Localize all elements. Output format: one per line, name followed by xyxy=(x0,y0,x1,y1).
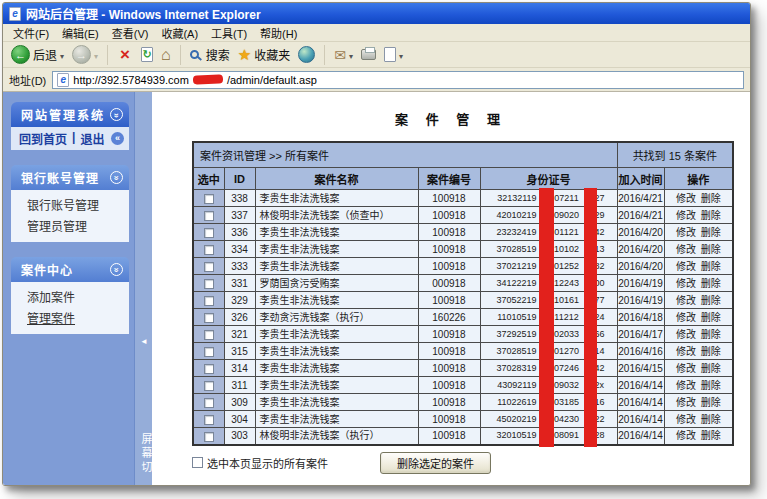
home-link[interactable]: 回到首页 xyxy=(19,130,67,147)
favorites-button[interactable]: 收藏夹 xyxy=(236,45,292,65)
window-title: 网站后台管理 - Windows Internet Explorer xyxy=(26,5,261,22)
join-date: 2016/4/19 xyxy=(617,292,664,309)
case-number: 100918 xyxy=(418,224,480,241)
mail-button[interactable] xyxy=(332,46,355,64)
collapse-icon[interactable] xyxy=(110,108,123,121)
stop-button[interactable] xyxy=(115,46,135,64)
modify-link[interactable]: 修改 xyxy=(675,363,697,374)
modify-link[interactable]: 修改 xyxy=(675,261,697,272)
row-checkbox[interactable] xyxy=(204,330,214,340)
delete-link[interactable]: 删除 xyxy=(700,295,722,306)
case-number: 100918 xyxy=(418,241,480,258)
chevron-down-icon[interactable] xyxy=(60,48,64,62)
delete-link[interactable]: 删除 xyxy=(700,380,722,391)
history-button[interactable] xyxy=(296,45,317,64)
menu-item-edit[interactable]: 编辑(E) xyxy=(58,24,108,42)
logout-link[interactable]: 退出 xyxy=(80,130,104,147)
menu-item-tools[interactable]: 工具(T) xyxy=(207,24,256,42)
select-all-label: 选中本页显示的所有案件 xyxy=(207,455,328,471)
table-row: 334 李贵生非法洗钱案 100918 370285191010213 2016… xyxy=(193,241,733,258)
case-number: 100918 xyxy=(418,207,480,224)
sidebar-system-header[interactable]: 网站管理系统 xyxy=(11,102,129,127)
collapse-icon[interactable] xyxy=(110,263,123,276)
sidebar-section-case-center[interactable]: 案件中心 xyxy=(11,257,129,282)
chevron-down-icon[interactable] xyxy=(399,48,403,62)
modify-link[interactable]: 修改 xyxy=(675,193,697,204)
forward-button[interactable] xyxy=(70,44,100,65)
case-number: 100918 xyxy=(418,428,480,445)
row-checkbox[interactable] xyxy=(204,313,214,323)
modify-link[interactable]: 修改 xyxy=(675,295,697,306)
chevron-down-icon[interactable] xyxy=(349,48,353,62)
row-checkbox[interactable] xyxy=(204,228,214,238)
print-button[interactable] xyxy=(359,48,378,61)
table-row: 333 李贵生非法洗钱案 100918 370212190125282 2016… xyxy=(193,258,733,275)
delete-link[interactable]: 删除 xyxy=(700,346,722,357)
delete-link[interactable]: 删除 xyxy=(700,397,722,408)
case-id: 311 xyxy=(224,377,255,394)
sidebar-section-bank[interactable]: 银行账号管理 xyxy=(11,165,129,190)
modify-link[interactable]: 修改 xyxy=(675,227,697,238)
modify-link[interactable]: 修改 xyxy=(675,430,697,441)
modify-link[interactable]: 修改 xyxy=(675,414,697,425)
modify-link[interactable]: 修改 xyxy=(675,397,697,408)
row-checkbox[interactable] xyxy=(204,262,214,272)
sidebar-item-bank-accounts[interactable]: 银行账号管理 xyxy=(11,194,129,215)
row-checkbox[interactable] xyxy=(204,279,214,289)
row-checkbox[interactable] xyxy=(204,398,214,408)
delete-link[interactable]: 删除 xyxy=(700,278,722,289)
delete-link[interactable]: 删除 xyxy=(700,430,722,441)
menu-item-view[interactable]: 查看(V) xyxy=(108,24,158,42)
ie-page-icon xyxy=(57,73,69,87)
collapse-left-arrow-icon[interactable] xyxy=(140,337,148,346)
delete-link[interactable]: 删除 xyxy=(700,329,722,340)
modify-link[interactable]: 修改 xyxy=(675,210,697,221)
row-checkbox[interactable] xyxy=(204,296,214,306)
select-all-checkbox[interactable] xyxy=(192,457,203,468)
collapse-icon[interactable] xyxy=(110,171,123,184)
delete-link[interactable]: 删除 xyxy=(700,210,722,221)
delete-link[interactable]: 删除 xyxy=(700,244,722,255)
delete-link[interactable]: 删除 xyxy=(700,363,722,374)
menu-item-favorites[interactable]: 收藏(A) xyxy=(157,24,207,42)
edit-page-button[interactable] xyxy=(382,46,405,63)
row-checkbox[interactable] xyxy=(204,364,214,374)
row-checkbox[interactable] xyxy=(204,415,214,425)
row-checkbox[interactable] xyxy=(204,381,214,391)
url-redaction xyxy=(193,74,223,84)
modify-link[interactable]: 修改 xyxy=(675,329,697,340)
collapse-left-icon[interactable] xyxy=(111,132,124,145)
sidebar-item-add-case[interactable]: 添加案件 xyxy=(11,286,129,307)
join-date: 2016/4/18 xyxy=(617,309,664,326)
refresh-button[interactable] xyxy=(139,46,155,63)
table-row: 309 李贵生非法洗钱案 100918 110226190318516 2016… xyxy=(193,394,733,411)
row-checkbox[interactable] xyxy=(204,211,214,221)
row-checkbox[interactable] xyxy=(204,432,214,442)
modify-link[interactable]: 修改 xyxy=(675,380,697,391)
delete-link[interactable]: 删除 xyxy=(700,227,722,238)
join-date: 2016/4/14 xyxy=(617,394,664,411)
search-button[interactable]: 搜索 xyxy=(188,45,232,64)
sidebar-item-admin-management[interactable]: 管理员管理 xyxy=(11,215,129,236)
modify-link[interactable]: 修改 xyxy=(675,278,697,289)
modify-link[interactable]: 修改 xyxy=(675,312,697,323)
delete-link[interactable]: 删除 xyxy=(700,414,722,425)
address-input[interactable]: http://392.5784939.com/admin/default.asp xyxy=(52,71,744,89)
home-button[interactable] xyxy=(159,45,173,65)
row-checkbox[interactable] xyxy=(204,347,214,357)
back-button[interactable]: 后退 xyxy=(9,44,66,65)
modify-link[interactable]: 修改 xyxy=(675,346,697,357)
section-title: 银行账号管理 xyxy=(21,169,99,186)
menu-item-file[interactable]: 文件(F) xyxy=(9,24,58,42)
row-checkbox[interactable] xyxy=(204,194,214,204)
delete-link[interactable]: 删除 xyxy=(700,193,722,204)
sidebar-collapse-handle[interactable]: 屏幕切 xyxy=(134,92,152,485)
modify-link[interactable]: 修改 xyxy=(675,244,697,255)
sidebar-item-manage-cases[interactable]: 管理案件 xyxy=(11,307,129,328)
delete-link[interactable]: 删除 xyxy=(700,312,722,323)
delete-link[interactable]: 删除 xyxy=(700,261,722,272)
case-name: 罗荫国贪污受贿案 xyxy=(255,275,418,292)
row-checkbox[interactable] xyxy=(204,245,214,255)
delete-selected-button[interactable]: 删除选定的案件 xyxy=(380,452,491,474)
menu-item-help[interactable]: 帮助(H) xyxy=(256,24,306,42)
